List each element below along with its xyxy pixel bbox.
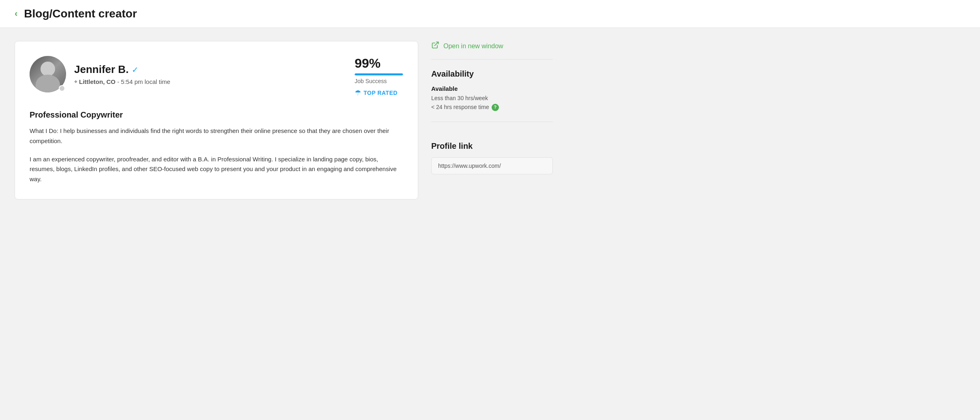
profile-header: Jennifer B. ✓ ⌖ Littleton, CO - 5:54 pm … [30, 56, 403, 97]
page-title: Blog/Content creator [24, 7, 137, 20]
header: ‹ Blog/Content creator [0, 0, 980, 28]
bio-paragraph-2: I am an experienced copywriter, proofrea… [30, 154, 403, 184]
profile-link-title: Profile link [431, 141, 553, 151]
bio-paragraph-1: What I Do: I help businesses and individ… [30, 126, 403, 146]
job-success-progress-bar [355, 73, 403, 75]
main-content: Jennifer B. ✓ ⌖ Littleton, CO - 5:54 pm … [0, 28, 567, 212]
profile-name: Jennifer B. [74, 63, 128, 76]
question-mark-icon[interactable]: ? [492, 104, 499, 111]
profile-left: Jennifer B. ✓ ⌖ Littleton, CO - 5:54 pm … [30, 56, 170, 92]
open-new-window-button[interactable]: Open in new window [431, 41, 553, 59]
response-time-row: < 24 hrs response time ? [431, 103, 553, 111]
profile-name-row: Jennifer B. ✓ [74, 63, 170, 76]
verified-icon: ✓ [132, 65, 139, 75]
profile-link-box[interactable]: https://www.upwork.com/ [431, 157, 553, 174]
local-time: 5:54 pm local time [121, 78, 170, 85]
availability-status: Available [431, 85, 553, 92]
online-indicator [59, 85, 65, 92]
location-text: Littleton, CO - 5:54 pm local time [79, 78, 170, 85]
profile-link-section: Profile link https://www.upwork.com/ [431, 141, 553, 174]
local-time-separator: - [117, 78, 121, 85]
top-rated-badge: ☂ TOP RATED [355, 88, 398, 97]
profile-info: Jennifer B. ✓ ⌖ Littleton, CO - 5:54 pm … [74, 63, 170, 85]
back-button[interactable]: ‹ [15, 9, 17, 18]
profile-location: ⌖ Littleton, CO - 5:54 pm local time [74, 78, 170, 85]
profile-stats: 99% Job Success ☂ TOP RATED [355, 56, 403, 97]
sidebar-divider-1 [431, 59, 553, 60]
availability-section: Availability Available Less than 30 hrs/… [431, 69, 553, 112]
location-pin-icon: ⌖ [74, 78, 77, 85]
availability-hours: Less than 30 hrs/week [431, 94, 553, 103]
availability-title: Availability [431, 69, 553, 79]
job-success-label: Job Success [355, 78, 387, 84]
top-rated-text: TOP RATED [364, 90, 398, 96]
open-new-window-icon [431, 41, 439, 51]
right-sidebar: Open in new window Availability Availabl… [431, 41, 553, 199]
profile-headline: Professional Copywriter [30, 110, 403, 120]
avatar [30, 56, 66, 92]
open-new-window-label: Open in new window [443, 43, 503, 50]
profile-body: Professional Copywriter What I Do: I hel… [30, 110, 403, 184]
response-time-text: < 24 hrs response time [431, 103, 489, 111]
profile-bio: What I Do: I help businesses and individ… [30, 126, 403, 184]
sidebar-divider-2 [431, 122, 553, 122]
svg-line-0 [434, 42, 438, 46]
shield-icon: ☂ [355, 88, 361, 97]
progress-bar-fill [355, 73, 403, 75]
job-success-percent: 99% [355, 56, 381, 71]
profile-card: Jennifer B. ✓ ⌖ Littleton, CO - 5:54 pm … [15, 41, 418, 199]
